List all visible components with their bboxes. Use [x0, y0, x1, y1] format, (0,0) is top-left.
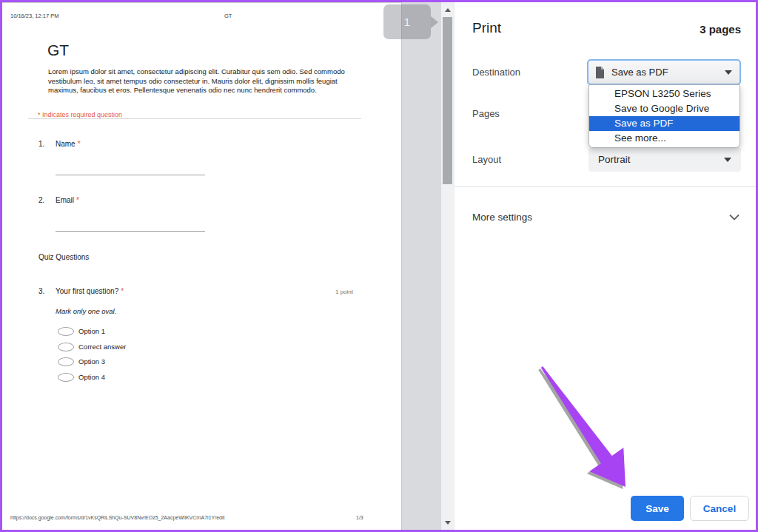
- form-description: Lorem ipsum dolor sit amet, consectetur …: [48, 67, 366, 95]
- destination-label: Destination: [472, 67, 520, 78]
- destination-option-see-more[interactable]: See more...: [589, 131, 739, 146]
- page-indicator-tooltip: 1: [383, 4, 431, 39]
- destination-select[interactable]: Save as PDF: [587, 59, 741, 85]
- pages-label: Pages: [472, 108, 500, 119]
- layout-select[interactable]: Portrait: [588, 147, 741, 172]
- print-dialog-panel: Print 3 pages Destination Pages Layout S…: [454, 0, 758, 532]
- question-label: Name*: [56, 140, 81, 148]
- dialog-title: Print: [472, 20, 501, 36]
- preview-scrollbar[interactable]: [441, 2, 454, 530]
- question-number: 1.: [38, 140, 44, 148]
- option-row: Option 1: [58, 326, 105, 336]
- print-preview-window: 10/16/23, 12:17 PM GT GT Lorem ipsum dol…: [0, 0, 758, 532]
- form-title: GT: [47, 41, 69, 59]
- chevron-down-icon: [728, 214, 740, 220]
- option-oval-icon: [58, 343, 74, 351]
- question-number: 2.: [38, 196, 44, 204]
- preview-header-date: 10/16/23, 12:17 PM: [10, 13, 58, 19]
- scroll-up-icon[interactable]: [441, 4, 454, 16]
- cancel-button[interactable]: Cancel: [690, 496, 749, 521]
- print-preview-page: 10/16/23, 12:17 PM GT GT Lorem ipsum dol…: [0, 0, 401, 532]
- question-number: 3.: [38, 287, 44, 295]
- section-title: Quiz Questions: [38, 253, 89, 261]
- question-label: Email*: [56, 196, 79, 204]
- save-button[interactable]: Save: [631, 496, 684, 521]
- document-icon: [595, 67, 605, 78]
- preview-gutter: [401, 2, 441, 530]
- preview-header-doc-title: GT: [224, 13, 232, 19]
- option-row: Option 3: [58, 357, 105, 366]
- destination-option-save-as-pdf[interactable]: Save as PDF: [589, 116, 739, 131]
- answer-line: [56, 175, 205, 175]
- caret-down-icon: [724, 158, 731, 162]
- points-badge: 1 point: [335, 289, 353, 295]
- scrollbar-thumb[interactable]: [443, 17, 452, 184]
- destination-option-epson[interactable]: EPSON L3250 Series: [589, 87, 739, 101]
- more-settings-toggle[interactable]: More settings: [472, 209, 740, 225]
- required-note: * Indicates required question: [38, 111, 122, 118]
- layout-label: Layout: [472, 154, 501, 165]
- caret-down-icon: [725, 70, 732, 75]
- divider: [28, 118, 361, 119]
- tooltip-pointer: [431, 16, 438, 28]
- footer-url: https://docs.google.com/forms/d/1vKsQRiL…: [10, 515, 224, 520]
- destination-option-google-drive[interactable]: Save to Google Drive: [589, 101, 739, 116]
- divider: [455, 186, 758, 187]
- instruction-text: Mark only one oval.: [56, 307, 116, 315]
- question-label: Your first question?*: [56, 287, 124, 295]
- page-top-edge: [0, 2, 401, 3]
- option-oval-icon: [58, 357, 74, 366]
- option-oval-icon: [58, 373, 74, 382]
- scroll-down-icon[interactable]: [441, 516, 454, 528]
- destination-dropdown-list: EPSON L3250 Series Save to Google Drive …: [588, 84, 740, 148]
- pages-count: 3 pages: [700, 23, 741, 36]
- option-row: Correct answer: [58, 342, 126, 351]
- destination-value: Save as PDF: [611, 67, 718, 78]
- option-oval-icon: [58, 327, 74, 336]
- layout-value: Portrait: [598, 154, 724, 165]
- answer-line: [56, 231, 205, 232]
- footer-page-number: 1/3: [356, 515, 363, 520]
- option-row: Option 4: [58, 372, 105, 382]
